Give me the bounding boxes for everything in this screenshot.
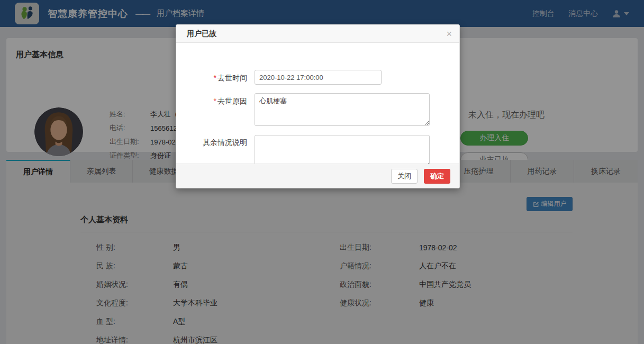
death-cause-label: *去世原因	[180, 97, 247, 106]
modal-title: 用户已故	[187, 29, 216, 39]
modal-footer: 关闭 确定	[176, 164, 459, 188]
death-time-label: *去世时间	[180, 74, 247, 83]
other-notes-textarea[interactable]	[255, 135, 430, 168]
modal-close-button[interactable]: 关闭	[391, 169, 418, 184]
close-icon[interactable]: ×	[446, 29, 452, 39]
modal-confirm-button[interactable]: 确定	[424, 169, 450, 184]
modal-header: 用户已故 ×	[176, 25, 459, 43]
user-deceased-modal: 用户已故 × *去世时间 *去世原因 其余情况说明 关闭 确定	[176, 24, 460, 188]
death-time-input[interactable]	[255, 70, 382, 85]
modal-body: *去世时间 *去世原因 其余情况说明	[176, 43, 459, 164]
other-notes-label: 其余情况说明	[180, 138, 247, 148]
death-cause-textarea[interactable]	[255, 93, 430, 126]
